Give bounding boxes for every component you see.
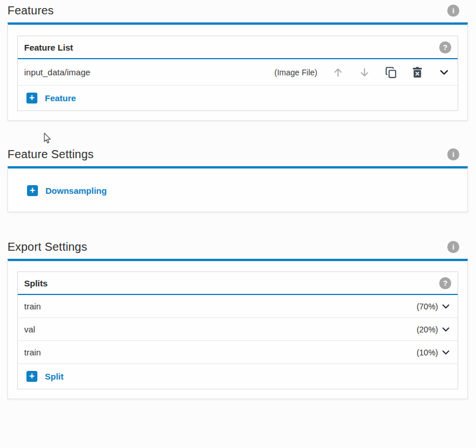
split-row[interactable]: train (10%) [18,341,458,364]
plus-icon: + [26,93,37,104]
help-icon[interactable]: ? [439,277,451,289]
splits-footer: + Split [18,364,458,389]
info-icon[interactable]: i [447,5,459,17]
plus-icon: + [26,371,37,382]
duplicate-button[interactable] [384,66,398,79]
features-section-header: Features i [7,3,468,18]
feature-list-header: Feature List ? [18,36,458,59]
help-icon[interactable]: ? [439,41,451,53]
feature-settings-header: Feature Settings i [7,147,468,162]
splits-card: Splits ? train (70%) val (20%) [17,271,458,389]
chevron-down-icon[interactable] [441,347,451,357]
delete-button[interactable] [410,66,424,79]
plus-icon: + [27,185,38,196]
feature-list-card: Feature List ? input_data/image (Image F… [17,36,458,111]
add-split-label: Split [45,372,64,381]
info-icon[interactable]: i [447,241,459,253]
split-name: val [24,324,35,334]
feature-settings-section: Feature Settings i + Downsampling [7,147,468,212]
split-percent: (20%) [417,325,438,334]
feature-settings-title: Feature Settings [7,147,94,162]
chevron-down-icon [439,67,450,78]
feature-settings-panel: + Downsampling [7,166,468,212]
splits-header: Splits ? [18,272,458,295]
export-settings-panel: Splits ? train (70%) val (20%) [7,259,468,399]
split-row[interactable]: train (70%) [18,295,458,318]
splits-title: Splits [24,278,48,288]
features-panel: Feature List ? input_data/image (Image F… [7,22,468,121]
feature-name: input_data/image [24,67,90,77]
chevron-down-icon[interactable] [441,301,451,311]
move-down-button[interactable] [358,66,371,79]
split-percent: (70%) [417,302,438,311]
split-name: train [24,347,41,357]
add-downsampling-button[interactable]: + Downsampling [27,185,107,196]
arrow-up-icon [332,66,344,79]
feature-type-label: (Image File) [274,68,317,77]
export-settings-section: Export Settings i Splits ? train (70%) [7,239,468,399]
split-percent: (10%) [417,348,438,357]
export-settings-title: Export Settings [7,239,87,254]
features-section: Features i Feature List ? input_data/ima… [7,0,468,121]
feature-row: input_data/image (Image File) [18,59,458,86]
trash-icon [411,66,424,79]
move-up-button[interactable] [331,66,345,79]
add-feature-button[interactable]: + Feature [26,93,76,104]
feature-list-title: Feature List [24,43,73,52]
mouse-cursor [43,132,52,144]
add-downsampling-label: Downsampling [45,186,107,196]
split-row[interactable]: val (20%) [18,318,458,341]
add-feature-label: Feature [45,93,76,103]
expand-feature-button[interactable] [437,66,451,79]
copy-icon [385,66,397,79]
split-name: train [24,301,41,311]
info-icon[interactable]: i [447,148,459,160]
export-settings-header: Export Settings i [7,239,468,254]
feature-list-footer: + Feature [18,86,458,110]
chevron-down-icon[interactable] [441,324,451,334]
features-title: Features [7,3,54,18]
feature-row-actions: (Image File) [274,66,451,79]
add-split-button[interactable]: + Split [26,371,64,382]
arrow-down-icon [358,66,371,79]
